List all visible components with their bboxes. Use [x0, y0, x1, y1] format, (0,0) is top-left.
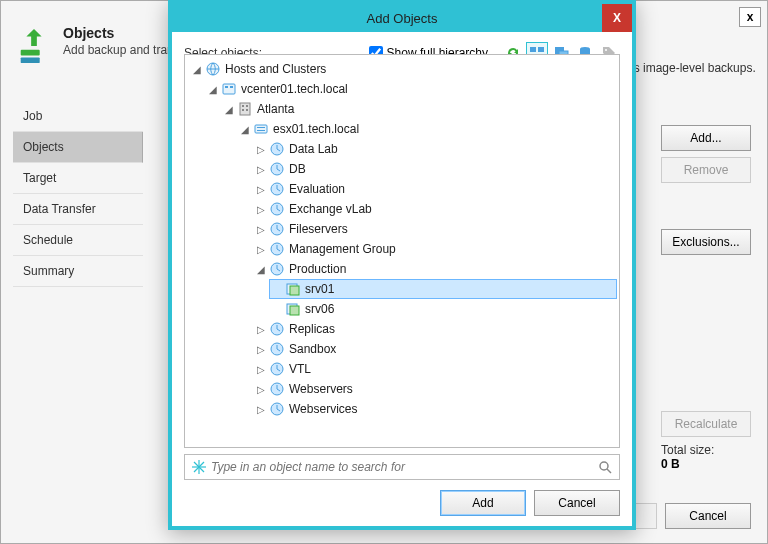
- tree-label: Hosts and Clusters: [225, 62, 326, 76]
- expander-icon[interactable]: ▷: [255, 403, 267, 415]
- sidebar-item-objects[interactable]: Objects: [13, 132, 143, 163]
- tree-node-datacenter[interactable]: ◢ Atlanta: [221, 99, 617, 119]
- total-size-value: 0 B: [661, 457, 751, 471]
- object-tree[interactable]: ◢ Hosts and Clusters ◢ vcenter01.tech.lo…: [184, 54, 620, 448]
- wizard-close-button[interactable]: x: [739, 7, 761, 27]
- tree-node-folder[interactable]: ▷Exchange vLab: [253, 199, 617, 219]
- svg-point-42: [600, 462, 608, 470]
- tree-node-vcenter[interactable]: ◢ vcenter01.tech.local: [205, 79, 617, 99]
- resourcepool-icon: [269, 341, 285, 357]
- tree-label: Data Lab: [289, 142, 338, 156]
- svg-rect-1: [21, 57, 40, 63]
- tree-node-folder[interactable]: ▷Webservers: [253, 379, 617, 399]
- resourcepool-icon: [269, 321, 285, 337]
- tree-label: Webservices: [289, 402, 357, 416]
- resourcepool-icon: [269, 221, 285, 237]
- tree-node-folder[interactable]: ▷Fileservers: [253, 219, 617, 239]
- resourcepool-icon: [269, 401, 285, 417]
- svg-rect-2: [530, 47, 536, 52]
- tree-node-folder[interactable]: ▷Replicas: [253, 319, 617, 339]
- tree-label: srv06: [305, 302, 334, 316]
- exclusions-button[interactable]: Exclusions...: [661, 229, 751, 255]
- tree-node-vm-srv06[interactable]: ▷srv06: [269, 299, 617, 319]
- svg-rect-20: [257, 127, 265, 128]
- svg-point-9: [605, 49, 607, 51]
- tree-label: Exchange vLab: [289, 202, 372, 216]
- tree-node-folder[interactable]: ▷Management Group: [253, 239, 617, 259]
- resourcepool-icon: [269, 261, 285, 277]
- resourcepool-icon: [269, 241, 285, 257]
- right-panel: ess image-level backups. Add... Remove E…: [661, 61, 751, 471]
- tree-node-hosts-clusters[interactable]: ◢ Hosts and Clusters: [189, 59, 617, 79]
- expander-icon[interactable]: ▷: [255, 243, 267, 255]
- svg-rect-15: [242, 105, 244, 107]
- svg-rect-16: [246, 105, 248, 107]
- dialog-cancel-button[interactable]: Cancel: [534, 490, 620, 516]
- add-button[interactable]: Add...: [661, 125, 751, 151]
- expander-icon[interactable]: ◢: [207, 83, 219, 95]
- dialog-close-button[interactable]: X: [602, 4, 632, 32]
- tree-node-vm-srv01[interactable]: ▷srv01: [269, 279, 617, 299]
- tree-label: esx01.tech.local: [273, 122, 359, 136]
- expander-icon[interactable]: ▷: [255, 223, 267, 235]
- tree-label: srv01: [305, 282, 334, 296]
- resourcepool-icon: [269, 361, 285, 377]
- svg-rect-18: [246, 109, 248, 111]
- globe-icon: [205, 61, 221, 77]
- svg-rect-14: [240, 103, 250, 115]
- tree-node-host[interactable]: ◢ esx01.tech.local: [237, 119, 617, 139]
- datacenter-icon: [237, 101, 253, 117]
- tree-node-folder[interactable]: ▷VTL: [253, 359, 617, 379]
- sidebar-item-target[interactable]: Target: [13, 163, 143, 194]
- dialog-add-button[interactable]: Add: [440, 490, 526, 516]
- tree-node-folder-production[interactable]: ◢Production: [253, 259, 617, 279]
- total-size-label: Total size:: [661, 443, 751, 457]
- wizard-sidebar: Job Objects Target Data Transfer Schedul…: [13, 101, 143, 287]
- expander-icon[interactable]: ◢: [255, 263, 267, 275]
- expander-icon[interactable]: ▷: [255, 383, 267, 395]
- expander-icon[interactable]: ▷: [255, 343, 267, 355]
- resourcepool-icon: [269, 181, 285, 197]
- tree-node-folder[interactable]: ▷Data Lab: [253, 139, 617, 159]
- objects-icon: [15, 27, 53, 65]
- svg-rect-3: [538, 47, 544, 52]
- svg-rect-21: [257, 130, 265, 131]
- svg-rect-0: [21, 50, 40, 56]
- tree-node-folder[interactable]: ▷Evaluation: [253, 179, 617, 199]
- expander-icon[interactable]: ◢: [223, 103, 235, 115]
- svg-rect-30: [290, 286, 299, 295]
- sidebar-item-datatransfer[interactable]: Data Transfer: [13, 194, 143, 225]
- sidebar-item-summary[interactable]: Summary: [13, 256, 143, 287]
- expander-icon[interactable]: ▷: [255, 163, 267, 175]
- svg-rect-13: [230, 86, 233, 88]
- tree-node-folder[interactable]: ▷DB: [253, 159, 617, 179]
- expander-icon[interactable]: ▷: [255, 363, 267, 375]
- svg-rect-11: [223, 84, 235, 94]
- tree-node-folder[interactable]: ▷Webservices: [253, 399, 617, 419]
- dialog-titlebar[interactable]: Add Objects X: [172, 4, 632, 32]
- search-input[interactable]: [211, 460, 597, 474]
- resourcepool-icon: [269, 141, 285, 157]
- expander-icon[interactable]: ◢: [239, 123, 251, 135]
- expander-icon[interactable]: ▷: [255, 143, 267, 155]
- dialog-title: Add Objects: [172, 11, 632, 26]
- expander-icon[interactable]: ▷: [255, 203, 267, 215]
- svg-line-43: [607, 469, 611, 473]
- cancel-button[interactable]: Cancel: [665, 503, 751, 529]
- svg-rect-32: [290, 306, 299, 315]
- expander-icon[interactable]: ◢: [191, 63, 203, 75]
- sidebar-item-job[interactable]: Job: [13, 101, 143, 132]
- svg-rect-19: [255, 125, 267, 133]
- host-icon: [253, 121, 269, 137]
- search-icon[interactable]: [597, 459, 613, 475]
- tree-node-folder[interactable]: ▷Sandbox: [253, 339, 617, 359]
- add-objects-dialog: Add Objects X Select objects: Show full …: [168, 0, 636, 530]
- tree-label: Atlanta: [257, 102, 294, 116]
- tree-label: Production: [289, 262, 346, 276]
- right-panel-text-fragment: ess image-level backups.: [621, 61, 751, 75]
- sidebar-item-schedule[interactable]: Schedule: [13, 225, 143, 256]
- expander-icon[interactable]: ▷: [255, 183, 267, 195]
- tree-label: Management Group: [289, 242, 396, 256]
- expander-icon[interactable]: ▷: [255, 323, 267, 335]
- tree-label: DB: [289, 162, 306, 176]
